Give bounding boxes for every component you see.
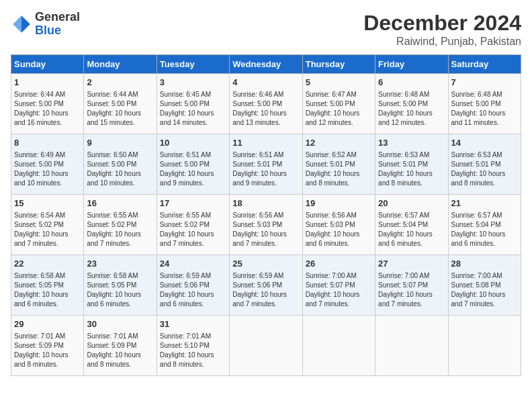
day-number: 2 [87, 77, 153, 89]
day-number: 11 [232, 137, 299, 149]
day-number: 8 [14, 137, 81, 149]
logo-blue: Blue [35, 24, 80, 38]
day-cell [448, 316, 521, 376]
header-cell-monday: Monday [84, 55, 157, 74]
day-cell: 22Sunrise: 6:58 AM Sunset: 5:05 PM Dayli… [11, 255, 84, 316]
day-cell: 19Sunrise: 6:56 AM Sunset: 5:03 PM Dayli… [302, 195, 375, 255]
svg-marker-1 [13, 15, 21, 33]
day-cell: 18Sunrise: 6:56 AM Sunset: 5:03 PM Dayli… [230, 195, 302, 255]
day-number: 10 [160, 137, 226, 149]
day-cell: 27Sunrise: 7:00 AM Sunset: 5:07 PM Dayli… [375, 255, 448, 316]
day-number: 7 [451, 77, 518, 89]
day-cell: 9Sunrise: 6:50 AM Sunset: 5:00 PM Daylig… [84, 134, 157, 195]
day-info: Sunrise: 6:49 AM Sunset: 5:00 PM Dayligh… [14, 150, 81, 188]
day-info: Sunrise: 6:55 AM Sunset: 5:02 PM Dayligh… [87, 211, 153, 248]
day-cell: 13Sunrise: 6:53 AM Sunset: 5:01 PM Dayli… [375, 134, 448, 195]
day-number: 21 [451, 197, 518, 210]
day-cell: 17Sunrise: 6:55 AM Sunset: 5:02 PM Dayli… [157, 195, 229, 255]
week-row-4: 22Sunrise: 6:58 AM Sunset: 5:05 PM Dayli… [11, 255, 521, 316]
calendar-table: SundayMondayTuesdayWednesdayThursdayFrid… [11, 54, 521, 376]
day-info: Sunrise: 6:58 AM Sunset: 5:05 PM Dayligh… [14, 271, 81, 309]
page-header: General Blue December 2024 Raiwind, Punj… [11, 11, 521, 48]
day-info: Sunrise: 6:53 AM Sunset: 5:01 PM Dayligh… [451, 150, 518, 188]
title-area: December 2024 Raiwind, Punjab, Pakistan [363, 11, 521, 48]
day-number: 14 [451, 137, 518, 149]
header-cell-sunday: Sunday [11, 55, 84, 74]
day-number: 3 [160, 77, 226, 89]
day-cell: 10Sunrise: 6:51 AM Sunset: 5:00 PM Dayli… [157, 134, 229, 195]
day-info: Sunrise: 6:44 AM Sunset: 5:00 PM Dayligh… [87, 90, 153, 128]
day-number: 28 [451, 258, 518, 270]
month-title: December 2024 [363, 11, 521, 36]
header-cell-friday: Friday [375, 55, 448, 74]
calendar-header-row: SundayMondayTuesdayWednesdayThursdayFrid… [11, 55, 521, 74]
day-info: Sunrise: 6:52 AM Sunset: 5:01 PM Dayligh… [306, 150, 372, 188]
day-cell: 23Sunrise: 6:58 AM Sunset: 5:05 PM Dayli… [84, 255, 157, 316]
day-cell: 20Sunrise: 6:57 AM Sunset: 5:04 PM Dayli… [375, 195, 448, 255]
day-info: Sunrise: 6:55 AM Sunset: 5:02 PM Dayligh… [160, 211, 226, 248]
day-cell: 11Sunrise: 6:51 AM Sunset: 5:01 PM Dayli… [230, 134, 302, 195]
day-number: 9 [87, 137, 153, 149]
day-number: 18 [232, 197, 299, 210]
day-info: Sunrise: 7:01 AM Sunset: 5:09 PM Dayligh… [87, 332, 153, 369]
day-info: Sunrise: 6:54 AM Sunset: 5:02 PM Dayligh… [14, 211, 81, 248]
day-info: Sunrise: 7:01 AM Sunset: 5:10 PM Dayligh… [160, 332, 226, 369]
day-info: Sunrise: 6:48 AM Sunset: 5:00 PM Dayligh… [451, 90, 518, 128]
day-info: Sunrise: 6:51 AM Sunset: 5:00 PM Dayligh… [160, 150, 226, 188]
day-cell: 8Sunrise: 6:49 AM Sunset: 5:00 PM Daylig… [11, 134, 84, 195]
day-info: Sunrise: 6:50 AM Sunset: 5:00 PM Dayligh… [87, 150, 153, 188]
day-cell: 28Sunrise: 7:00 AM Sunset: 5:08 PM Dayli… [448, 255, 521, 316]
day-cell: 31Sunrise: 7:01 AM Sunset: 5:10 PM Dayli… [157, 316, 229, 376]
day-info: Sunrise: 6:56 AM Sunset: 5:03 PM Dayligh… [306, 211, 372, 248]
day-info: Sunrise: 6:51 AM Sunset: 5:01 PM Dayligh… [232, 150, 299, 188]
day-info: Sunrise: 7:00 AM Sunset: 5:07 PM Dayligh… [378, 271, 445, 309]
day-cell: 6Sunrise: 6:48 AM Sunset: 5:00 PM Daylig… [375, 74, 448, 134]
day-number: 22 [14, 258, 81, 270]
day-number: 26 [306, 258, 372, 270]
day-number: 17 [160, 197, 226, 210]
day-cell: 16Sunrise: 6:55 AM Sunset: 5:02 PM Dayli… [84, 195, 157, 255]
day-info: Sunrise: 6:58 AM Sunset: 5:05 PM Dayligh… [87, 271, 153, 309]
day-number: 4 [232, 77, 299, 89]
day-number: 30 [87, 318, 153, 330]
day-number: 29 [14, 318, 81, 330]
day-info: Sunrise: 6:46 AM Sunset: 5:00 PM Dayligh… [232, 90, 299, 128]
day-number: 1 [14, 77, 81, 89]
day-info: Sunrise: 6:57 AM Sunset: 5:04 PM Dayligh… [451, 211, 518, 248]
header-cell-wednesday: Wednesday [230, 55, 302, 74]
day-cell: 21Sunrise: 6:57 AM Sunset: 5:04 PM Dayli… [448, 195, 521, 255]
week-row-3: 15Sunrise: 6:54 AM Sunset: 5:02 PM Dayli… [11, 195, 521, 255]
day-number: 19 [306, 197, 372, 210]
day-number: 27 [378, 258, 445, 270]
header-cell-saturday: Saturday [448, 55, 521, 74]
day-info: Sunrise: 6:56 AM Sunset: 5:03 PM Dayligh… [232, 211, 299, 248]
day-cell [302, 316, 375, 376]
day-number: 23 [87, 258, 153, 270]
day-cell: 7Sunrise: 6:48 AM Sunset: 5:00 PM Daylig… [448, 74, 521, 134]
week-row-1: 1Sunrise: 6:44 AM Sunset: 5:00 PM Daylig… [11, 74, 521, 134]
logo-general: General [35, 11, 80, 24]
day-cell: 3Sunrise: 6:45 AM Sunset: 5:00 PM Daylig… [157, 74, 229, 134]
day-cell: 25Sunrise: 6:59 AM Sunset: 5:06 PM Dayli… [230, 255, 302, 316]
logo: General Blue [11, 11, 80, 38]
day-number: 25 [232, 258, 299, 270]
day-cell: 29Sunrise: 7:01 AM Sunset: 5:09 PM Dayli… [11, 316, 84, 376]
day-info: Sunrise: 7:00 AM Sunset: 5:08 PM Dayligh… [451, 271, 518, 309]
day-info: Sunrise: 6:59 AM Sunset: 5:06 PM Dayligh… [232, 271, 299, 309]
week-row-5: 29Sunrise: 7:01 AM Sunset: 5:09 PM Dayli… [11, 316, 521, 376]
day-number: 16 [87, 197, 153, 210]
header-cell-thursday: Thursday [302, 55, 375, 74]
day-number: 15 [14, 197, 81, 210]
header-cell-tuesday: Tuesday [157, 55, 229, 74]
day-number: 20 [378, 197, 445, 210]
day-cell: 15Sunrise: 6:54 AM Sunset: 5:02 PM Dayli… [11, 195, 84, 255]
day-info: Sunrise: 6:57 AM Sunset: 5:04 PM Dayligh… [378, 211, 445, 248]
day-number: 31 [160, 318, 226, 330]
day-info: Sunrise: 6:48 AM Sunset: 5:00 PM Dayligh… [378, 90, 445, 128]
logo-text: General Blue [35, 11, 80, 38]
location-title: Raiwind, Punjab, Pakistan [363, 36, 521, 48]
day-info: Sunrise: 7:01 AM Sunset: 5:09 PM Dayligh… [14, 332, 81, 369]
calendar-body: 1Sunrise: 6:44 AM Sunset: 5:00 PM Daylig… [11, 74, 521, 376]
day-cell: 4Sunrise: 6:46 AM Sunset: 5:00 PM Daylig… [230, 74, 302, 134]
svg-marker-0 [21, 15, 30, 33]
